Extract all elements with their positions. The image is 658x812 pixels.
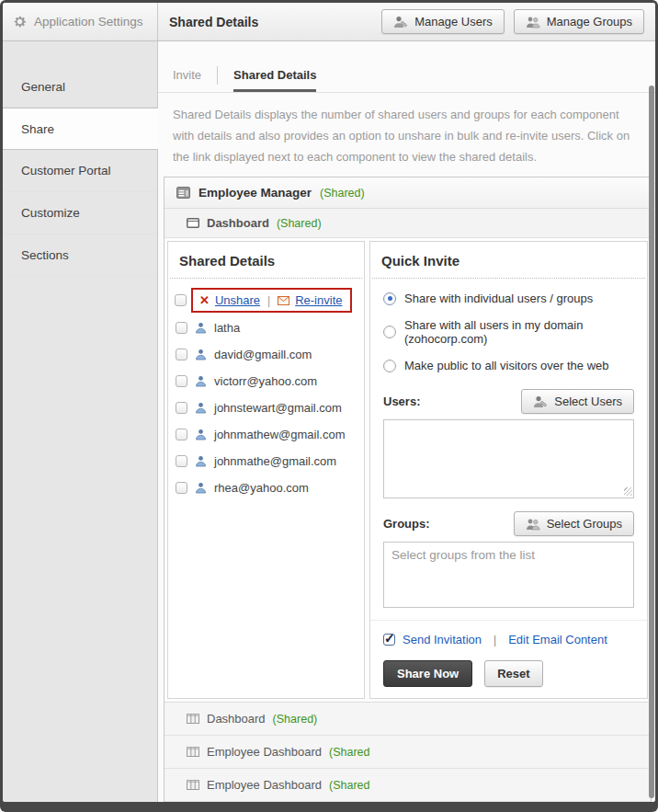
user-icon <box>195 482 207 494</box>
component-name: Dashboard <box>207 712 266 726</box>
component-name: Employee Manager <box>199 186 312 200</box>
radio-label[interactable]: Make public to all visitors over the web <box>404 359 609 372</box>
shared-user-row: rhea@yahoo.com <box>168 475 364 501</box>
shared-user-row: victorr@yahoo.com <box>168 368 364 395</box>
vertical-scrollbar-thumb[interactable] <box>649 86 654 798</box>
groups-textarea[interactable] <box>383 542 634 608</box>
page-title: Shared Details <box>169 15 258 29</box>
manage-users-button[interactable]: Manage Users <box>381 9 505 34</box>
user-name: johnmathew@gmail.com <box>214 428 346 441</box>
manage-groups-label: Manage Groups <box>547 15 632 29</box>
user-icon <box>195 349 207 360</box>
window-icon <box>187 218 199 228</box>
shared-status: (Shared <box>329 746 369 759</box>
edit-email-content-link[interactable]: Edit Email Content <box>508 633 607 646</box>
send-invitation-label[interactable]: Send Invitation <box>403 633 482 646</box>
share-now-button[interactable]: Share Now <box>383 660 472 687</box>
sidebar-item-general[interactable]: General <box>3 65 157 108</box>
select-groups-label: Select Groups <box>547 517 622 531</box>
shared-status: (Shared <box>329 779 369 792</box>
application-settings-header: Application Settings <box>3 3 158 40</box>
resize-handle-icon[interactable] <box>624 487 632 496</box>
tab-divider <box>217 66 218 85</box>
select-users-label: Select Users <box>554 395 622 408</box>
top-header: Application Settings Shared Details Mana… <box>3 3 655 41</box>
select-groups-button[interactable]: Select Groups <box>514 511 634 536</box>
user-checkbox[interactable] <box>176 375 187 387</box>
component-name: Employee Dashboard <box>207 745 322 759</box>
envelope-icon <box>278 296 289 305</box>
quick-invite-title: Quick Invite <box>372 242 645 279</box>
radio-label[interactable]: Share with all users in my domain (zohoc… <box>404 318 634 346</box>
user-icon <box>195 322 207 334</box>
manage-groups-button[interactable]: Manage Groups <box>514 9 644 34</box>
tab-invite[interactable]: Invite <box>173 68 201 92</box>
user-edit-icon <box>533 395 548 408</box>
shared-user-row: david@gmaill.com <box>168 341 364 368</box>
user-checkbox[interactable] <box>176 482 187 494</box>
shared-status: (Shared) <box>277 217 322 230</box>
component-name: Employee Dashboard <box>207 778 322 792</box>
user-checkbox[interactable] <box>176 349 187 360</box>
radio-label[interactable]: Share with individual users / groups <box>404 292 593 305</box>
send-invitation-checkbox[interactable] <box>383 634 395 646</box>
reset-button[interactable]: Reset <box>484 660 542 687</box>
radio-individual-users[interactable] <box>383 292 396 305</box>
shared-details-panel-title: Shared Details <box>170 242 362 279</box>
user-edit-icon <box>393 16 408 29</box>
component-row-employee-manager[interactable]: Employee Manager (Shared) <box>164 177 651 209</box>
user-name: david@gmaill.com <box>214 348 312 361</box>
user-icon <box>195 455 207 467</box>
users-group-icon <box>526 518 540 531</box>
gear-icon <box>13 15 27 29</box>
user-checkbox[interactable] <box>176 322 187 334</box>
settings-sidebar: General Share Customer Portal Customize … <box>3 41 158 802</box>
user-icon <box>195 375 207 387</box>
shared-details-description: Shared Details displays the number of sh… <box>173 105 641 167</box>
table-icon <box>187 747 199 757</box>
sidebar-item-share[interactable]: Share <box>3 108 158 150</box>
user-name: johnmathe@gmail.com <box>214 454 336 468</box>
user-checkbox[interactable] <box>176 455 187 467</box>
component-row-dashboard-expanded[interactable]: Dashboard (Shared) <box>164 209 651 238</box>
bulk-action-row: ✕ Unshare | Re-invite <box>175 288 360 313</box>
user-checkbox[interactable] <box>176 402 187 414</box>
shared-user-row: johnmathe@gmail.com <box>168 448 364 475</box>
component-row-employee-dashboard-1[interactable]: Employee Dashboard (Shared <box>164 736 651 769</box>
page-header: Shared Details Manage Users Manage Group… <box>158 3 655 40</box>
radio-make-public[interactable] <box>383 360 396 372</box>
highlight-annotation-box: ✕ Unshare | Re-invite <box>191 288 352 313</box>
sidebar-item-customize[interactable]: Customize <box>3 192 157 234</box>
groups-label: Groups: <box>383 517 430 531</box>
tab-shared-details[interactable]: Shared Details <box>233 68 316 92</box>
groups-textarea-wrap <box>383 542 634 608</box>
users-textarea-wrap <box>383 419 634 498</box>
quick-invite-panel: Quick Invite Share with individual users… <box>369 241 648 699</box>
shared-user-row: johnmathew@gmail.com <box>168 421 364 448</box>
reinvite-link[interactable]: Re-invite <box>295 293 342 307</box>
shared-user-row: latha <box>168 315 364 341</box>
unshare-x-icon: ✕ <box>199 294 210 306</box>
sidebar-item-sections[interactable]: Sections <box>3 234 157 277</box>
radio-all-domain-users[interactable] <box>383 326 396 338</box>
shared-status: (Shared) <box>320 187 365 200</box>
window-frame: Application Settings Shared Details Mana… <box>0 0 658 812</box>
table-icon <box>187 780 199 790</box>
user-checkbox[interactable] <box>176 429 187 440</box>
select-all-checkbox[interactable] <box>175 294 187 306</box>
unshare-link[interactable]: Unshare <box>215 293 260 307</box>
user-name: latha <box>214 321 240 335</box>
select-users-button[interactable]: Select Users <box>521 389 634 414</box>
users-group-icon <box>526 16 540 29</box>
user-icon <box>195 402 207 414</box>
user-name: victorr@yahoo.com <box>214 374 317 388</box>
component-row-dashboard[interactable]: Dashboard (Shared) <box>164 703 651 736</box>
users-textarea[interactable] <box>383 419 634 498</box>
link-separator: | <box>493 634 496 646</box>
components-panel: Employee Manager (Shared) Dashboard (Sha… <box>164 177 652 802</box>
component-row-employee-dashboard-2[interactable]: Employee Dashboard (Shared <box>164 769 651 802</box>
send-invitation-row: Send Invitation | Edit Email Content <box>370 620 647 646</box>
app-settings-title: Application Settings <box>34 15 143 29</box>
shared-status: (Shared) <box>273 713 318 726</box>
sidebar-item-customer-portal[interactable]: Customer Portal <box>3 150 157 192</box>
